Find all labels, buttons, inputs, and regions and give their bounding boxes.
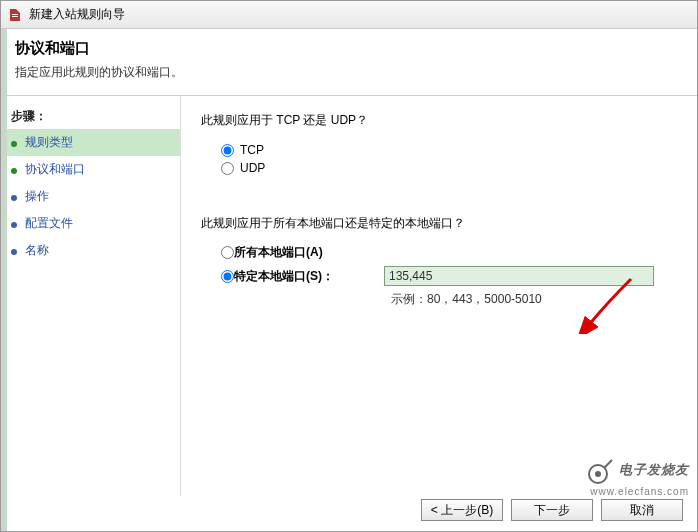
watermark-url: www.elecfans.com bbox=[586, 486, 689, 497]
step-profile[interactable]: 配置文件 bbox=[1, 210, 180, 237]
svg-point-1 bbox=[11, 168, 17, 174]
radio-udp-input[interactable] bbox=[221, 162, 234, 175]
content-pane: 此规则应用于 TCP 还是 UDP？ TCP UDP 此规则应用于所有本地端口还… bbox=[181, 96, 697, 496]
svg-point-6 bbox=[595, 471, 601, 477]
specific-ports-input[interactable] bbox=[384, 266, 654, 286]
step-action[interactable]: 操作 bbox=[1, 183, 180, 210]
radio-udp[interactable]: UDP bbox=[221, 161, 677, 175]
footer: < 上一步(B) 下一步 取消 bbox=[421, 499, 683, 521]
bullet-icon bbox=[9, 165, 19, 175]
step-label: 协议和端口 bbox=[25, 161, 85, 178]
radio-all-ports[interactable]: 所有本地端口(A) bbox=[221, 244, 677, 261]
svg-point-4 bbox=[11, 249, 17, 255]
radio-tcp-label: TCP bbox=[240, 143, 264, 157]
next-button[interactable]: 下一步 bbox=[511, 499, 593, 521]
radio-tcp[interactable]: TCP bbox=[221, 143, 677, 157]
back-button[interactable]: < 上一步(B) bbox=[421, 499, 503, 521]
body: 步骤： 规则类型 协议和端口 操作 bbox=[1, 96, 697, 496]
radio-all-ports-input[interactable] bbox=[221, 246, 234, 259]
step-label: 规则类型 bbox=[25, 134, 73, 151]
step-name[interactable]: 名称 bbox=[1, 237, 180, 264]
question-protocol: 此规则应用于 TCP 还是 UDP？ bbox=[201, 112, 677, 129]
question-ports: 此规则应用于所有本地端口还是特定的本地端口？ bbox=[201, 215, 677, 232]
svg-point-0 bbox=[11, 141, 17, 147]
radio-specific-ports-row: 特定本地端口(S)： bbox=[221, 266, 677, 286]
steps-title: 步骤： bbox=[1, 104, 180, 129]
radio-tcp-input[interactable] bbox=[221, 144, 234, 157]
wizard-window: 新建入站规则向导 协议和端口 指定应用此规则的协议和端口。 步骤： 规则类型 协… bbox=[0, 0, 698, 532]
left-edge-strip bbox=[1, 29, 7, 531]
page-subheading: 指定应用此规则的协议和端口。 bbox=[15, 64, 683, 81]
cancel-button[interactable]: 取消 bbox=[601, 499, 683, 521]
steps-sidebar: 步骤： 规则类型 协议和端口 操作 bbox=[1, 96, 181, 496]
step-label: 操作 bbox=[25, 188, 49, 205]
step-label: 名称 bbox=[25, 242, 49, 259]
step-label: 配置文件 bbox=[25, 215, 73, 232]
svg-point-3 bbox=[11, 222, 17, 228]
bullet-icon bbox=[9, 192, 19, 202]
bullet-icon bbox=[9, 219, 19, 229]
watermark: 电子发烧友 www.elecfans.com bbox=[586, 456, 689, 497]
radio-specific-ports-label: 特定本地端口(S)： bbox=[234, 268, 384, 285]
radio-specific-ports[interactable]: 特定本地端口(S)： bbox=[221, 268, 384, 285]
radio-specific-ports-input[interactable] bbox=[221, 270, 234, 283]
page-heading: 协议和端口 bbox=[15, 39, 683, 58]
port-group: 所有本地端口(A) 特定本地端口(S)： 示例：80，443，5000-5010 bbox=[221, 244, 677, 308]
app-icon bbox=[7, 7, 23, 23]
ports-example: 示例：80，443，5000-5010 bbox=[391, 291, 677, 308]
step-protocol-ports[interactable]: 协议和端口 bbox=[1, 156, 180, 183]
radio-udp-label: UDP bbox=[240, 161, 265, 175]
bullet-icon bbox=[9, 138, 19, 148]
header: 协议和端口 指定应用此规则的协议和端口。 bbox=[1, 29, 697, 96]
bullet-icon bbox=[9, 246, 19, 256]
step-rule-type[interactable]: 规则类型 bbox=[1, 129, 180, 156]
watermark-brand: 电子发烧友 bbox=[619, 462, 689, 477]
window-title: 新建入站规则向导 bbox=[29, 6, 125, 23]
radio-all-ports-label: 所有本地端口(A) bbox=[234, 244, 384, 261]
titlebar: 新建入站规则向导 bbox=[1, 1, 697, 29]
watermark-logo-icon bbox=[586, 456, 616, 486]
svg-point-2 bbox=[11, 195, 17, 201]
